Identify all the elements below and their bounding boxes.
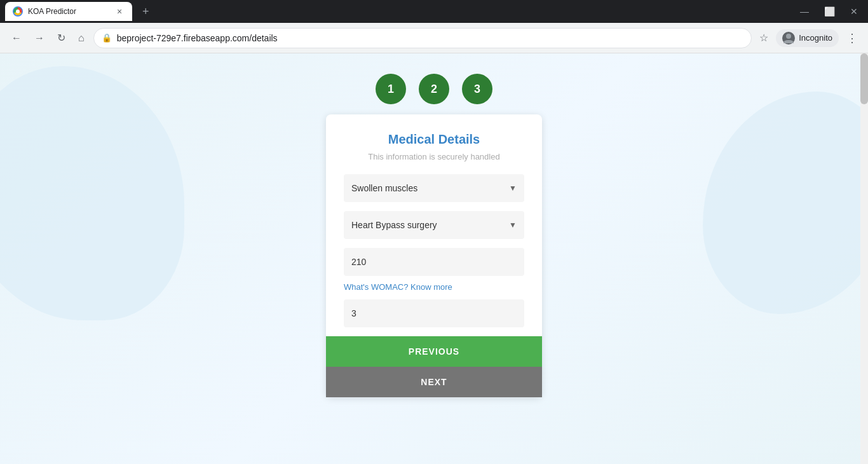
form-title: Medical Details [344, 132, 524, 147]
close-button[interactable]: ✕ [845, 4, 863, 19]
select2-wrapper: Heart Bypass surgery Other surgery ▼ [344, 211, 524, 239]
next-button[interactable]: NEXT [326, 367, 542, 397]
home-button[interactable]: ⌂ [74, 30, 88, 46]
browser-menu-icon[interactable]: ⋮ [844, 29, 860, 48]
lock-icon: 🔒 [102, 33, 112, 43]
maximize-button[interactable]: ⬜ [819, 4, 840, 19]
refresh-button[interactable]: ↻ [53, 29, 69, 46]
scrollbar-thumb[interactable] [860, 53, 868, 104]
url-text: beproject-729e7.firebaseapp.com/details [117, 33, 278, 43]
background-blob-left [0, 66, 184, 320]
condition-select-1[interactable]: Swollen muscles Other condition [344, 174, 524, 202]
condition-select-2[interactable]: Heart Bypass surgery Other surgery [344, 211, 524, 239]
button-area: PREVIOUS NEXT [326, 336, 542, 397]
step-indicators: 1 2 3 [376, 74, 492, 104]
form-card: Medical Details This information is secu… [326, 114, 542, 397]
tab-close-btn[interactable]: × [114, 6, 125, 17]
address-bar[interactable]: 🔒 beproject-729e7.firebaseapp.com/detail… [93, 28, 752, 48]
step-2: 2 [419, 74, 449, 104]
profile-avatar [782, 32, 795, 44]
profile-button[interactable]: Incognito [776, 29, 839, 47]
profile-label: Incognito [799, 33, 832, 43]
forward-button[interactable]: → [31, 30, 48, 46]
minimize-button[interactable]: — [795, 4, 814, 19]
form-subtitle: This information is securely handled [344, 152, 524, 161]
step-1: 1 [376, 74, 406, 104]
svg-point-1 [16, 10, 20, 13]
previous-button[interactable]: PREVIOUS [326, 336, 542, 367]
nav-bar: ← → ↻ ⌂ 🔒 beproject-729e7.firebaseapp.co… [0, 23, 868, 53]
new-tab-button[interactable]: + [137, 3, 154, 21]
browser-tab[interactable]: KOA Predictor × [5, 2, 132, 21]
page-content: 1 2 3 Medical Details This information i… [0, 53, 868, 464]
tab-favicon [13, 6, 23, 17]
svg-point-2 [786, 34, 791, 39]
tab-title: KOA Predictor [28, 7, 109, 16]
title-bar: KOA Predictor × + — ⬜ ✕ [0, 0, 868, 23]
womac-info-link[interactable]: What's WOMAC? Know more [344, 282, 524, 292]
step-3: 3 [462, 74, 492, 104]
womac-score-input[interactable] [344, 248, 524, 276]
secondary-input[interactable] [344, 299, 524, 327]
select1-wrapper: Swollen muscles Other condition ▼ [344, 174, 524, 202]
background-blob-right [703, 92, 868, 314]
back-button[interactable]: ← [8, 30, 25, 46]
window-controls: — ⬜ ✕ [795, 4, 863, 19]
bookmark-star-icon[interactable]: ☆ [757, 29, 771, 46]
scrollbar-track[interactable] [860, 53, 868, 464]
